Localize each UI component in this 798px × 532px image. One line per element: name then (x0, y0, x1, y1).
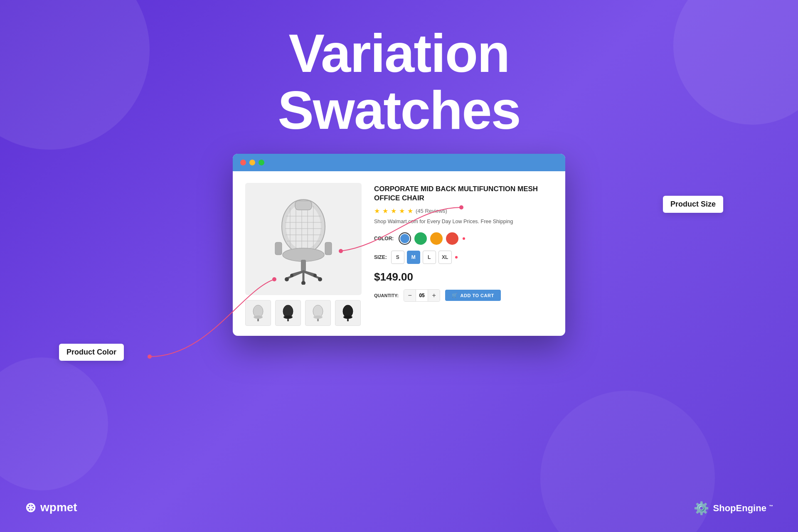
wpmet-icon: ⊛ (25, 500, 36, 515)
size-label: SIZE: (374, 254, 387, 260)
size-btn-l[interactable]: L (423, 251, 436, 264)
cart-row: QUANTITY: − 05 + 🛒 ADD TO CART (374, 289, 553, 302)
product-image-section (245, 183, 362, 326)
svg-rect-15 (325, 242, 332, 255)
size-indicator-dot (455, 256, 458, 259)
star-4: ★ (399, 207, 405, 215)
wpmet-label: wpmet (40, 501, 77, 514)
thumbnail-2[interactable] (275, 300, 301, 326)
color-swatch-blue[interactable] (399, 232, 411, 245)
size-btn-m[interactable]: M (407, 251, 420, 264)
star-2: ★ (382, 207, 388, 215)
footer-left-logo: ⊛ wpmet (25, 500, 77, 515)
star-5: ★ (407, 207, 413, 215)
shopengine-icon: ⚙️ (694, 501, 709, 515)
color-swatch-red[interactable] (446, 232, 458, 245)
svg-rect-29 (257, 319, 259, 321)
svg-rect-32 (287, 319, 289, 321)
thumbnail-row (245, 300, 362, 326)
cart-icon: 🛒 (452, 293, 458, 298)
thumbnail-1[interactable] (245, 300, 271, 326)
browser-titlebar (233, 154, 565, 171)
svg-point-37 (343, 315, 352, 319)
main-product-image (245, 183, 362, 295)
color-indicator-dot (463, 237, 465, 240)
window-close-dot[interactable] (240, 160, 246, 165)
footer-right-logo: ⚙️ ShopEngine ™ (694, 501, 773, 515)
color-swatch-row: COLOR: (374, 232, 553, 245)
window-maximize-dot[interactable] (259, 160, 264, 165)
window-minimize-dot[interactable] (249, 160, 255, 165)
svg-point-24 (301, 281, 305, 285)
svg-rect-35 (317, 319, 319, 321)
size-btn-xl[interactable]: XL (438, 251, 452, 264)
svg-point-25 (290, 274, 293, 277)
thumbnail-4[interactable] (335, 300, 361, 326)
color-swatch-green[interactable] (414, 232, 427, 245)
callout-product-color: Product Color (59, 344, 124, 361)
svg-point-23 (318, 277, 322, 281)
svg-point-28 (254, 315, 263, 319)
svg-rect-38 (347, 319, 349, 321)
svg-point-31 (283, 315, 293, 319)
color-label: COLOR: (374, 236, 394, 241)
quantity-decrease-button[interactable]: − (404, 290, 416, 301)
bg-circle-br (540, 391, 715, 532)
svg-point-13 (283, 248, 324, 261)
star-1: ★ (374, 207, 380, 215)
quantity-value: 05 (416, 290, 428, 301)
size-row: SIZE: S M L XL (374, 251, 553, 264)
product-description: Shop Walmart.com for Every Day Low Price… (374, 218, 553, 226)
product-price: $149.00 (374, 271, 553, 283)
color-swatch-orange[interactable] (430, 232, 443, 245)
reviews-count: (45 Reviews) (416, 208, 447, 214)
star-3: ★ (391, 207, 397, 215)
bg-circle-bl (0, 357, 108, 490)
shopengine-label: ShopEngine ™ (713, 503, 773, 514)
svg-point-40 (148, 355, 152, 359)
svg-rect-14 (275, 242, 282, 255)
svg-point-22 (285, 277, 289, 281)
hero-title: Variation Swatches (0, 25, 798, 138)
browser-content: CORPORATE MID BACK MULTIFUNCTION MESH OF… (233, 171, 565, 336)
svg-point-26 (313, 274, 317, 277)
svg-point-1 (286, 204, 321, 249)
browser-window: CORPORATE MID BACK MULTIFUNCTION MESH OF… (233, 154, 565, 336)
quantity-controls: − 05 + (404, 289, 440, 302)
size-btn-s[interactable]: S (391, 251, 404, 264)
quantity-label: QUANTITY: (374, 293, 399, 298)
add-to-cart-label: ADD TO CART (461, 293, 494, 298)
product-info: CORPORATE MID BACK MULTIFUNCTION MESH OF… (374, 183, 553, 326)
stars-row: ★ ★ ★ ★ ★ (45 Reviews) (374, 207, 553, 215)
product-title: CORPORATE MID BACK MULTIFUNCTION MESH OF… (374, 185, 553, 203)
quantity-increase-button[interactable]: + (428, 290, 440, 301)
svg-rect-12 (295, 201, 312, 210)
thumbnail-3[interactable] (305, 300, 331, 326)
svg-rect-16 (301, 260, 306, 271)
callout-product-size: Product Size (663, 196, 723, 213)
svg-point-34 (313, 315, 323, 319)
add-to-cart-button[interactable]: 🛒 ADD TO CART (445, 290, 501, 301)
